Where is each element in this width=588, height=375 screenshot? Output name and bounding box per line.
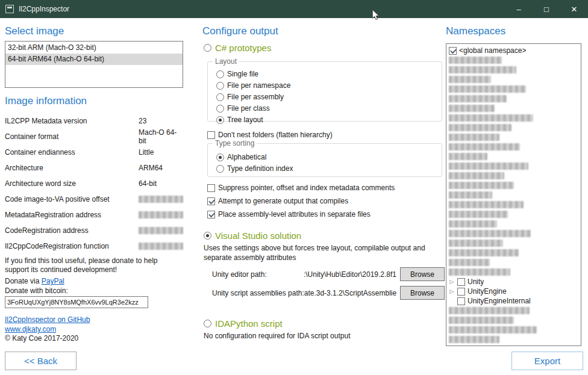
namespace-item-redacted[interactable]: [448, 238, 580, 248]
app-icon: [5, 5, 14, 13]
website-link[interactable]: www.djkaty.com: [5, 325, 56, 333]
info-label: Container endianness: [5, 148, 139, 157]
namespace-item[interactable]: ▷Unity: [448, 277, 580, 287]
csharp-option-checkbox[interactable]: Suppress pointer, offset and index metad…: [207, 183, 395, 193]
sorting-options: AlphabeticalType definition index: [216, 152, 293, 173]
namespace-item-redacted[interactable]: [448, 306, 580, 315]
unity-path-value: ate.3d-3.1.2\ScriptAssemblies: [304, 289, 396, 297]
namespace-label: <global namespace>: [459, 46, 526, 55]
sorting-option-radio[interactable]: Type definition index: [216, 164, 293, 173]
namespace-item-redacted[interactable]: [448, 325, 580, 335]
layout-option-radio[interactable]: File per assembly: [216, 92, 290, 102]
namespace-item-redacted[interactable]: [448, 161, 580, 171]
browse-button[interactable]: Browse: [400, 267, 445, 281]
namespace-checkbox[interactable]: [457, 297, 465, 305]
layout-groupbox: Layout Single fileFile per namespaceFile…: [207, 61, 442, 122]
redacted-namespace: [449, 105, 495, 112]
info-value: 23: [139, 117, 146, 125]
namespace-checkbox[interactable]: [457, 288, 465, 296]
donate-message: If you find this tool useful, please don…: [5, 256, 183, 274]
namespace-checkbox[interactable]: [457, 278, 465, 286]
info-row: Il2CppCodeRegistration function: [5, 238, 184, 254]
namespace-item[interactable]: <global namespace>: [448, 46, 580, 55]
namespace-item-redacted[interactable]: [448, 219, 580, 229]
namespace-item-redacted[interactable]: [448, 104, 580, 113]
namespace-item-redacted[interactable]: [448, 75, 580, 84]
namespace-item-redacted[interactable]: [448, 267, 580, 277]
namespace-item-redacted[interactable]: [448, 113, 580, 123]
redacted-namespace: [449, 143, 520, 150]
info-value: Mach-O 64-bit: [139, 128, 184, 145]
namespace-item-redacted[interactable]: [448, 65, 580, 75]
paypal-link[interactable]: PayPal: [42, 277, 64, 285]
export-button[interactable]: Export: [511, 352, 583, 370]
layout-option-radio[interactable]: File per namespace: [216, 81, 290, 90]
layout-options: Single fileFile per namespaceFile per as…: [216, 69, 290, 125]
redacted-namespace: [449, 182, 514, 189]
namespace-item[interactable]: UnityEngineInternal: [448, 296, 580, 306]
checkbox-icon: [207, 184, 215, 192]
back-button[interactable]: << Back: [5, 352, 77, 370]
layout-option-radio[interactable]: Single file: [216, 69, 290, 79]
redacted-namespace: [449, 85, 526, 93]
idapython-radio[interactable]: IDAPython script: [204, 318, 283, 329]
namespace-item-redacted[interactable]: [448, 123, 580, 132]
namespace-list[interactable]: <global namespace>▷Unity▷UnityEngineUnit…: [446, 43, 581, 346]
github-link[interactable]: Il2CppInspector on GitHub: [5, 315, 90, 324]
namespace-item-redacted[interactable]: [448, 229, 580, 238]
image-list[interactable]: 32-bit ARM (Mach-O 32-bit)64-bit ARM64 (…: [5, 41, 183, 88]
namespace-item-redacted[interactable]: [448, 142, 580, 152]
namespace-item-redacted[interactable]: [448, 335, 580, 344]
bitcoin-label: Donate with bitcoin:: [5, 287, 68, 295]
namespace-label: Unity: [468, 277, 484, 286]
layout-option-radio[interactable]: File per class: [216, 104, 290, 113]
csharp-prototypes-radio[interactable]: C# prototypes: [204, 42, 271, 53]
checkbox-icon: [207, 197, 215, 205]
namespace-item-redacted[interactable]: [448, 181, 580, 190]
namespace-item-redacted[interactable]: [448, 200, 580, 209]
csharp-option-checkbox[interactable]: Place assembly-level attributes in separ…: [207, 209, 395, 219]
namespace-item-redacted[interactable]: [448, 132, 580, 142]
browse-button[interactable]: Browse: [400, 286, 445, 300]
window-title: Il2CppInspector: [19, 5, 69, 13]
redacted-namespace: [449, 163, 528, 170]
namespace-item-redacted[interactable]: [448, 209, 580, 219]
visual-studio-description: Uses the settings above but forces tree …: [204, 243, 440, 262]
redacted-namespace: [449, 249, 519, 256]
option-label: File per assembly: [227, 93, 284, 101]
layout-option-radio[interactable]: Tree layout: [216, 115, 290, 125]
namespace-item-redacted[interactable]: [448, 84, 580, 94]
bitcoin-address-input[interactable]: [5, 296, 148, 308]
expander-icon[interactable]: ▷: [449, 277, 455, 287]
info-value: Little: [139, 148, 154, 157]
namespace-item-redacted[interactable]: [448, 94, 580, 104]
namespace-checkbox[interactable]: [449, 47, 457, 55]
namespace-item-redacted[interactable]: [448, 315, 580, 325]
visual-studio-radio[interactable]: Visual Studio solution: [204, 230, 301, 241]
maximize-icon[interactable]: □: [533, 0, 560, 18]
redacted-value: [139, 196, 183, 203]
info-label: Container format: [5, 132, 139, 141]
csharp-option-checkbox[interactable]: Attempt to generate output that compiles: [207, 196, 395, 206]
namespace-item[interactable]: ▷UnityEngine: [448, 287, 580, 296]
checkbox-label: Attempt to generate output that compiles: [218, 197, 348, 205]
close-icon[interactable]: ✕: [560, 0, 588, 18]
option-label: File per class: [227, 104, 270, 113]
namespace-item-redacted[interactable]: [448, 171, 580, 181]
namespace-label: UnityEngine: [468, 287, 507, 296]
namespace-item-redacted[interactable]: [448, 190, 580, 200]
namespace-item-redacted[interactable]: [448, 152, 580, 161]
namespace-item-redacted[interactable]: [448, 55, 580, 65]
namespaces-heading: Namespaces: [446, 25, 505, 37]
sorting-option-radio[interactable]: Alphabetical: [216, 152, 293, 162]
radio-icon: [216, 153, 224, 161]
radio-icon: [216, 70, 224, 78]
namespace-item-redacted[interactable]: [448, 248, 580, 258]
flatten-hierarchy-checkbox[interactable]: Don't nest folders (flatten hierarchy): [207, 130, 333, 140]
expander-icon[interactable]: ▷: [449, 287, 455, 296]
type-sorting-group-label: Type sorting: [213, 139, 257, 147]
image-list-item[interactable]: 32-bit ARM (Mach-O 32-bit): [5, 42, 183, 54]
image-list-item[interactable]: 64-bit ARM64 (Mach-O 64-bit): [5, 54, 183, 65]
minimize-icon[interactable]: –: [505, 0, 533, 18]
namespace-item-redacted[interactable]: [448, 258, 580, 267]
